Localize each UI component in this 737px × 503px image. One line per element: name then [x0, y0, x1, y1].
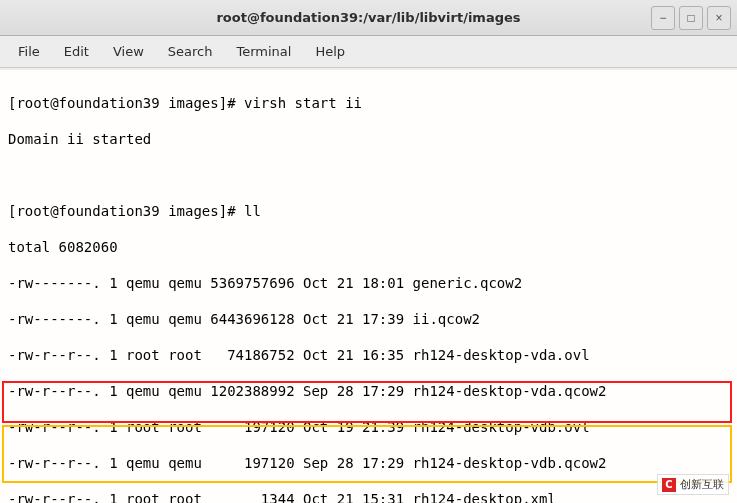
terminal-output[interactable]: [root@foundation39 images]# virsh start … [0, 70, 737, 503]
terminal-line: -rw-------. 1 qemu qemu 6443696128 Oct 2… [8, 310, 731, 328]
maximize-button[interactable]: □ [679, 6, 703, 30]
terminal-line: -rw-------. 1 qemu qemu 5369757696 Oct 2… [8, 274, 731, 292]
minimize-icon: − [659, 11, 666, 25]
menu-view[interactable]: View [101, 40, 156, 63]
watermark: C 创新互联 [657, 474, 729, 495]
menu-search[interactable]: Search [156, 40, 225, 63]
window-controls: − □ × [651, 6, 731, 30]
terminal-line [8, 166, 731, 184]
close-icon: × [715, 11, 722, 25]
terminal-line: [root@foundation39 images]# virsh start … [8, 94, 731, 112]
titlebar: root@foundation39:/var/lib/libvirt/image… [0, 0, 737, 36]
watermark-text: 创新互联 [680, 477, 724, 492]
menu-file[interactable]: File [6, 40, 52, 63]
terminal-line: [root@foundation39 images]# ll [8, 202, 731, 220]
close-button[interactable]: × [707, 6, 731, 30]
terminal-line: total 6082060 [8, 238, 731, 256]
terminal-line: -rw-r--r--. 1 qemu qemu 197120 Sep 28 17… [8, 454, 731, 472]
terminal-line: Domain ii started [8, 130, 731, 148]
maximize-icon: □ [687, 11, 694, 25]
minimize-button[interactable]: − [651, 6, 675, 30]
menubar: File Edit View Search Terminal Help [0, 36, 737, 68]
terminal-line: -rw-r--r--. 1 root root 1344 Oct 21 15:3… [8, 490, 731, 503]
menu-help[interactable]: Help [303, 40, 357, 63]
watermark-badge: C [662, 478, 676, 492]
terminal-line: -rw-r--r--. 1 root root 74186752 Oct 21 … [8, 346, 731, 364]
menu-edit[interactable]: Edit [52, 40, 101, 63]
window-title: root@foundation39:/var/lib/libvirt/image… [216, 10, 520, 25]
menu-terminal[interactable]: Terminal [224, 40, 303, 63]
terminal-line: -rw-r--r--. 1 qemu qemu 1202388992 Sep 2… [8, 382, 731, 400]
terminal-line: -rw-r--r--. 1 root root 197120 Oct 19 21… [8, 418, 731, 436]
